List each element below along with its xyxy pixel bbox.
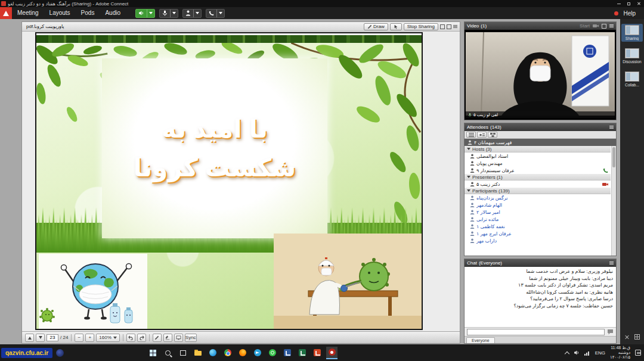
attendees-pod-options-icon[interactable]: [609, 126, 614, 126]
manage-layouts-icon[interactable]: [634, 334, 640, 340]
speaker-button[interactable]: [135, 9, 155, 18]
speaker-dropdown[interactable]: [147, 10, 154, 17]
excel-icon[interactable]: [296, 347, 308, 359]
firefox-icon[interactable]: [237, 347, 248, 359]
pointer-tool-button[interactable]: [390, 23, 402, 30]
layout-collaboration[interactable]: Collab...: [621, 70, 643, 88]
start-webcam-button[interactable]: Start: [580, 23, 590, 29]
attendee-row[interactable]: استاد ابوالفضلی: [465, 153, 611, 160]
layout-bar: Sharing Discussion Collab...: [620, 19, 644, 344]
microphone-dropdown[interactable]: [170, 10, 178, 17]
attendee-row[interactable]: عرفان ایرج مهر ۱: [465, 230, 611, 237]
chat-message: حسین حفاظت: جلسه ۷ چه زمانی برگزار می‌شو…: [467, 303, 613, 310]
chat-input[interactable]: [467, 329, 605, 335]
video-fullscreen-icon[interactable]: [602, 24, 606, 29]
menu-layouts[interactable]: Layouts: [44, 7, 76, 19]
network-icon[interactable]: [584, 350, 590, 356]
menu-audio[interactable]: Audio: [100, 7, 126, 19]
zoom-level-dropdown[interactable]: 160%: [96, 334, 119, 342]
slide-text-panel: با امید به شکست کرونا: [102, 58, 327, 238]
redo-button[interactable]: [137, 334, 146, 342]
attendee-row[interactable]: مهندس پویان: [465, 160, 611, 167]
file-explorer-icon[interactable]: [192, 347, 203, 359]
fullscreen-icon[interactable]: [440, 24, 445, 29]
highlighter-tool-button[interactable]: [163, 334, 172, 342]
whatsapp-icon[interactable]: [267, 347, 278, 359]
chat-message: دیبا مرادی: بابت وبینار خیلی ممنونم از ش…: [467, 275, 613, 282]
attendee-row[interactable]: نرگس یزدان‌پناه: [465, 194, 611, 201]
participant-icon: [470, 238, 475, 243]
layout-thumbnail-icon: [625, 71, 639, 82]
next-page-button[interactable]: [36, 334, 45, 342]
raise-hand-icon[interactable]: [183, 10, 193, 17]
volume-icon[interactable]: [574, 350, 580, 356]
phone-icon[interactable]: [206, 10, 216, 17]
screen-share-tool-button[interactable]: [174, 334, 183, 342]
attendee-row[interactable]: نغمه کاظمی ۱: [465, 223, 611, 230]
chat-pod-options-icon[interactable]: [609, 262, 614, 262]
start-icon[interactable]: [147, 347, 159, 359]
participants-group-header[interactable]: Participants (139): [465, 188, 611, 194]
powerpoint-icon[interactable]: [311, 347, 323, 359]
layout-sharing[interactable]: Sharing: [621, 24, 643, 42]
pod-options-icon[interactable]: [453, 25, 457, 26]
layout-discussion[interactable]: Discussion: [621, 47, 643, 65]
notification-center-icon[interactable]: [635, 350, 641, 356]
telegram-icon[interactable]: [252, 347, 263, 359]
close-layout-bar-icon[interactable]: [624, 335, 629, 340]
maximize-pod-icon[interactable]: [447, 24, 451, 29]
phone-dropdown[interactable]: [216, 10, 224, 17]
speaker-icon[interactable]: [136, 10, 147, 17]
status-button[interactable]: [182, 9, 202, 18]
attendees-scrollbar[interactable]: [611, 146, 616, 256]
attendees-status-row[interactable]: فهرست میهمانان ۴: [465, 139, 616, 146]
chevron-up-icon[interactable]: [564, 351, 569, 356]
send-chat-icon[interactable]: [607, 329, 614, 335]
microphone-button[interactable]: [159, 9, 178, 18]
task-view-icon[interactable]: [177, 347, 188, 359]
attendee-view-list-icon[interactable]: [466, 132, 476, 138]
window-title: برآهنگ هفتاد و دو دکتر زینب لغو (Sharing…: [8, 1, 614, 7]
microphone-icon[interactable]: [160, 10, 170, 17]
stop-sharing-button[interactable]: Stop Sharing: [404, 23, 438, 30]
attendee-row[interactable]: داراب مهر: [465, 237, 611, 244]
adobe-connect-icon[interactable]: [326, 347, 338, 359]
chat-tab-everyone[interactable]: Everyone: [466, 337, 495, 343]
attendee-row[interactable]: دکتر زینب ۵: [465, 181, 611, 188]
menu-help[interactable]: Help: [623, 10, 636, 17]
scrollbar-thumb[interactable]: [612, 147, 615, 167]
status-dropdown[interactable]: [193, 10, 201, 17]
hosts-group-header[interactable]: Hosts (3): [465, 146, 611, 153]
video-pod-options-icon[interactable]: [609, 24, 614, 25]
close-button[interactable]: [634, 0, 644, 7]
menu-meeting[interactable]: Meeting: [12, 7, 44, 19]
search-icon[interactable]: [162, 347, 174, 359]
edge-icon[interactable]: [207, 347, 218, 359]
word-icon[interactable]: [281, 347, 293, 359]
draw-button[interactable]: Draw: [364, 23, 388, 30]
adobe-connect-logo-icon: [1, 1, 6, 6]
language-indicator[interactable]: ENG: [595, 350, 605, 356]
page-number-input[interactable]: [47, 334, 58, 341]
zoom-out-button[interactable]: −: [75, 334, 83, 342]
clock[interactable]: 11:48 ق.ظ دوشنبه ۱۴۰۰/۰۶/۱۵: [610, 346, 630, 360]
pen-tool-button[interactable]: [153, 334, 162, 342]
participant-icon: [470, 217, 475, 222]
minimize-button[interactable]: [614, 0, 624, 7]
clock-date: ۱۴۰۰/۰۶/۱۵: [610, 355, 630, 360]
zoom-in-button[interactable]: +: [85, 334, 94, 342]
chrome-icon[interactable]: [222, 347, 233, 359]
phone-button[interactable]: [206, 9, 225, 18]
undo-button[interactable]: [126, 334, 135, 342]
attendee-view-status-icon[interactable]: [477, 132, 487, 138]
attendee-view-breakout-icon[interactable]: [488, 132, 497, 138]
attendee-row[interactable]: مائده ترابی: [465, 216, 611, 223]
sync-button[interactable]: Sync: [185, 334, 197, 342]
menu-pods[interactable]: Pods: [76, 7, 100, 19]
presenters-group-header[interactable]: Presenters (1): [465, 174, 611, 181]
maximize-button[interactable]: [624, 0, 634, 7]
previous-page-button[interactable]: [25, 334, 34, 342]
attendee-row[interactable]: عرفان سیستم‌دار ۹: [465, 167, 611, 174]
attendee-row[interactable]: امیر سالار ۲: [465, 208, 611, 216]
attendee-row[interactable]: الهام شادمهر: [465, 201, 611, 208]
